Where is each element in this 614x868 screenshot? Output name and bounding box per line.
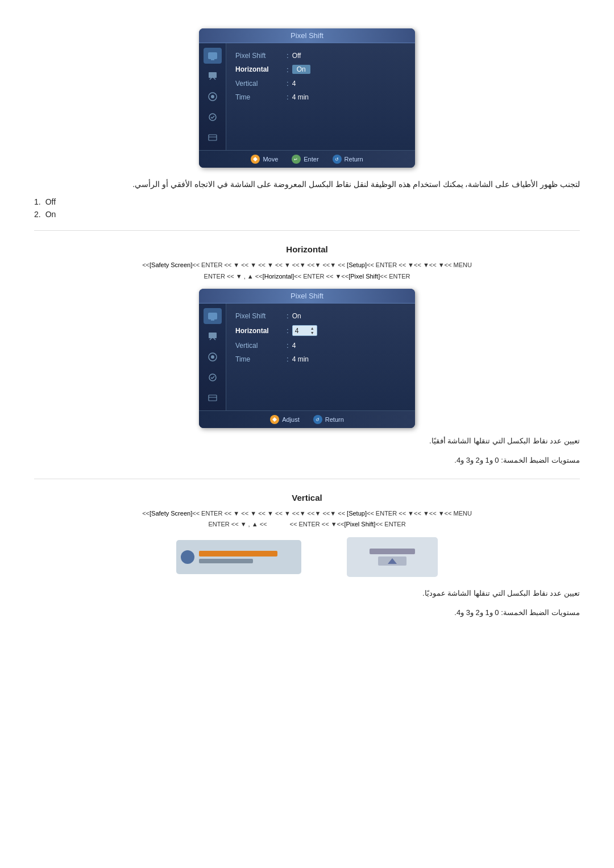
move-icon <box>251 155 260 164</box>
value-pixel-shift-2: On <box>292 312 301 320</box>
row-horizontal-1: Horizontal : On <box>235 65 406 74</box>
nav-line2-vertical: ENTER << ▼ , ▲ << << ENTER << ▼<<[Pixel … <box>34 519 580 530</box>
mini-screenshot-left <box>176 540 301 574</box>
footer-adjust-label: Adjust <box>282 416 300 423</box>
panel2-content: Pixel Shift : On Horizontal : 4 ▲ ▼ <box>226 304 415 410</box>
svg-rect-6 <box>209 135 217 140</box>
nav-line1-vertical: <<[Safety Screen]<< ENTER << ▼ << ▼ << ▼… <box>34 508 580 520</box>
value-vertical-2: 4 <box>292 342 296 350</box>
mini-icon-left <box>181 550 194 564</box>
nav-instructions-horizontal: <<[Safety Screen]<< ENTER << ▼ << ▼ << ▼… <box>34 260 580 283</box>
svg-rect-11 <box>208 313 217 319</box>
sidebar-icon-5 <box>204 130 222 146</box>
return-icon2: ↺ <box>313 415 322 424</box>
divider-1 <box>34 230 580 231</box>
heading-horizontal: Horizontal <box>34 244 580 254</box>
tv-panel-2: Pixel Shift <box>199 289 415 428</box>
row-horizontal-2: Horizontal : 4 ▲ ▼ <box>235 325 406 336</box>
value-time-2: 4 min <box>292 355 309 363</box>
label-time-2: Time <box>235 355 287 363</box>
value-pixel-shift-1: Off <box>292 52 301 60</box>
svg-rect-12 <box>211 319 214 321</box>
row-pixel-shift-2: Pixel Shift : On <box>235 312 406 320</box>
svg-text:↺: ↺ <box>316 417 320 422</box>
svg-point-4 <box>211 95 214 98</box>
sidebar-icon-2-5 <box>204 390 222 406</box>
row-pixel-shift-1: Pixel Shift : Off <box>235 51 406 60</box>
footer-adjust: Adjust <box>270 415 300 424</box>
label-pixel-shift-2: Pixel Shift <box>235 312 287 320</box>
nav-instructions-vertical: <<[Safety Screen]<< ENTER << ▼ << ▼ << ▼… <box>34 508 580 531</box>
nav-line1-horizontal: <<[Safety Screen]<< ENTER << ▼ << ▼ << ▼… <box>34 260 580 271</box>
panel1-footer: Move ↵ Enter ↺ Return <box>199 150 415 168</box>
svg-text:↵: ↵ <box>294 157 298 162</box>
label-horizontal-2: Horizontal <box>235 327 287 335</box>
sidebar-icon-2-4 <box>204 369 222 385</box>
desc-horizontal-1: تعيين عدد نقاط البكسل التي تنقلها الشاشة… <box>34 435 580 447</box>
desc-horizontal-2: مستويات الضبط الخمسة: 0 و1 و2 و3 و4. <box>34 454 580 467</box>
value-horizontal-1: On <box>292 65 310 74</box>
footer-return2-label: Return <box>325 416 344 423</box>
arrow-col: ▲ ▼ <box>310 326 314 335</box>
row-vertical-1: Vertical : 4 <box>235 79 406 88</box>
svg-marker-21 <box>388 558 397 564</box>
list-item-1: Off .1 <box>34 197 557 206</box>
horizontal-value: 4 <box>295 327 299 335</box>
tv-panel-1: Pixel Shift <box>199 28 415 168</box>
svg-marker-8 <box>253 157 258 161</box>
list-value-1: Off <box>45 197 56 206</box>
footer-enter-label: Enter <box>304 156 318 163</box>
sidebar-icon-2-3 <box>204 349 222 365</box>
desc-vertical-2: مستويات الضبط الخمسة: 0 و1 و2 و3 و4. <box>34 607 580 619</box>
footer-return: ↺ Return <box>333 155 363 164</box>
footer-move: Move <box>251 155 278 164</box>
list-number-2: .2 <box>34 210 41 219</box>
enter-icon: ↵ <box>292 155 301 164</box>
svg-rect-0 <box>208 52 217 59</box>
nav-line2-horizontal: ENTER << ▼ , ▲ <<[Horizontal]<< ENTER <<… <box>34 271 580 283</box>
sidebar-icon-3 <box>204 89 222 105</box>
row-vertical-2: Vertical : 4 <box>235 341 406 350</box>
footer-return2: ↺ Return <box>313 415 344 424</box>
label-time-1: Time <box>235 93 287 101</box>
panel1-content: Pixel Shift : Off Horizontal : On Vertic… <box>226 43 415 150</box>
svg-marker-19 <box>272 417 277 422</box>
panel2-title: Pixel Shift <box>199 289 415 304</box>
label-pixel-shift-1: Pixel Shift <box>235 52 287 60</box>
sidebar-icon-2 <box>204 68 222 84</box>
adjust-icon <box>270 415 279 424</box>
svg-rect-1 <box>211 59 214 60</box>
tv-sidebar-1 <box>199 43 226 150</box>
label-horizontal-1: Horizontal <box>235 65 287 73</box>
mini-screenshot-right <box>347 537 438 577</box>
vertical-screenshots <box>34 537 580 577</box>
return-icon: ↺ <box>333 155 342 164</box>
list-number-1: .1 <box>34 197 41 206</box>
value-vertical-1: 4 <box>292 80 296 88</box>
arabic-intro: لتجنب ظهور الأطياف على الشاشة، يمكنك است… <box>34 178 580 192</box>
sidebar-icon-1 <box>204 48 222 64</box>
svg-rect-17 <box>209 395 217 401</box>
svg-point-15 <box>211 355 214 359</box>
list-value-2: On <box>45 210 56 219</box>
footer-move-label: Move <box>263 156 278 163</box>
numbered-list: Off .1 On .2 <box>34 197 557 219</box>
svg-text:↺: ↺ <box>335 157 339 162</box>
sidebar-icon-4 <box>204 109 222 125</box>
value-horizontal-2: 4 ▲ ▼ <box>292 325 317 336</box>
heading-vertical: Vertical <box>34 493 580 502</box>
label-vertical-2: Vertical <box>235 342 287 350</box>
footer-return-label: Return <box>345 156 363 163</box>
list-item-2: On .2 <box>34 210 557 219</box>
sidebar-icon-2-1 <box>204 308 222 324</box>
panel1-title: Pixel Shift <box>199 28 415 43</box>
row-time-1: Time : 4 min <box>235 93 406 101</box>
panel2-footer: Adjust ↺ Return <box>199 410 415 428</box>
divider-2 <box>34 479 580 479</box>
label-vertical-1: Vertical <box>235 80 287 88</box>
desc-vertical-1: تعيين عدد نقاط البكسل التي تنقلها الشاشة… <box>34 587 580 600</box>
footer-enter: ↵ Enter <box>292 155 318 164</box>
value-time-1: 4 min <box>292 93 309 101</box>
row-time-2: Time : 4 min <box>235 355 406 363</box>
tv-sidebar-2 <box>199 304 226 410</box>
